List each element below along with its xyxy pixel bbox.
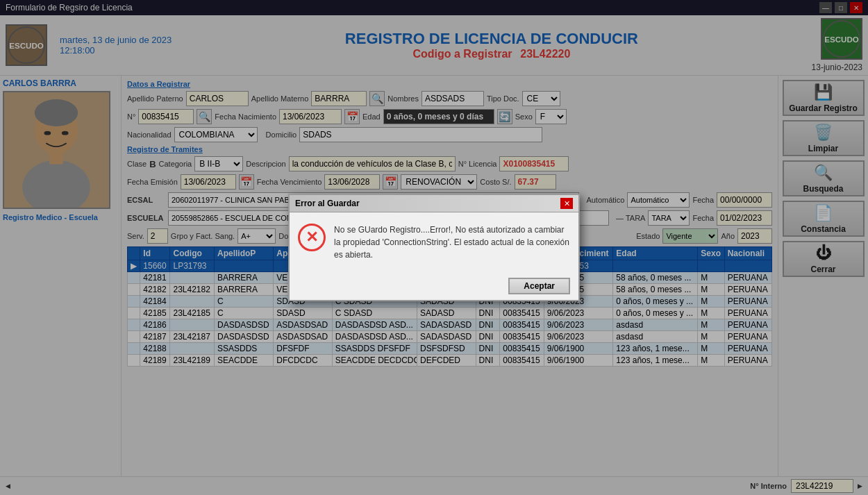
error-dialog: Error al Guardar ✕ ✕ No se GUardo Regist… xyxy=(288,194,580,301)
error-icon: ✕ xyxy=(298,224,326,251)
dialog-content: ✕ No se GUardo Registro....Error!, No es… xyxy=(290,212,578,272)
accept-button[interactable]: Aceptar xyxy=(508,278,570,294)
dialog-overlay: Error al Guardar ✕ ✕ No se GUardo Regist… xyxy=(0,0,868,495)
dialog-title-bar: Error al Guardar ✕ xyxy=(290,195,578,212)
dialog-message: No se GUardo Registro....Error!, No está… xyxy=(334,224,570,261)
dialog-footer: Aceptar xyxy=(290,272,578,300)
dialog-title: Error al Guardar xyxy=(295,199,360,208)
dialog-close-button[interactable]: ✕ xyxy=(560,198,573,209)
